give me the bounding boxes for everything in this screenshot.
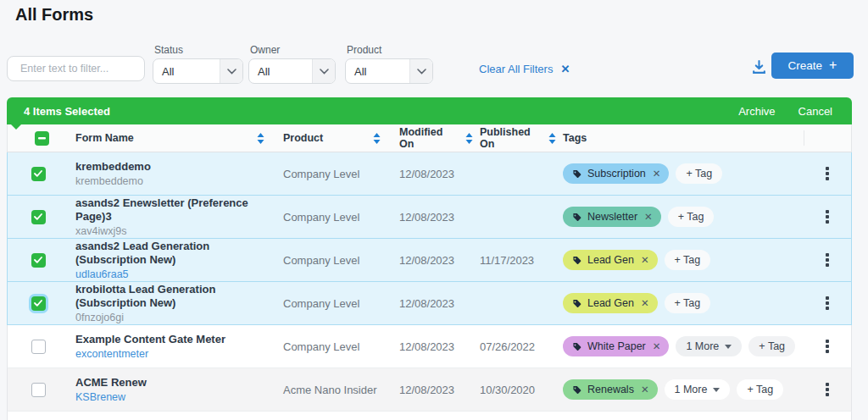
modified-on-cell: 12/08/2023 bbox=[392, 297, 473, 310]
clear-all-filters-button[interactable]: Clear All Filters ✕ bbox=[479, 63, 570, 75]
remove-tag-icon[interactable]: ✕ bbox=[644, 211, 653, 223]
tag-pill: White Paper ✕ bbox=[563, 336, 669, 356]
remove-tag-icon[interactable]: ✕ bbox=[641, 384, 649, 395]
tag-pill: Renewals ✕ bbox=[563, 379, 658, 400]
row-checkbox[interactable] bbox=[31, 383, 46, 397]
tag-label: Lead Gen bbox=[587, 297, 634, 309]
sort-form-name-icon[interactable] bbox=[257, 133, 264, 144]
row-checkbox[interactable] bbox=[31, 296, 46, 311]
published-on-cell: 10/30/2020 bbox=[473, 384, 556, 396]
remove-tag-icon[interactable]: ✕ bbox=[641, 297, 649, 309]
row-checkbox[interactable] bbox=[31, 167, 46, 181]
plus-icon: + bbox=[829, 58, 837, 73]
add-tag-label: + Tag bbox=[678, 211, 704, 223]
table-row[interactable]: asands2 Lead Generation (Subscription Ne… bbox=[7, 239, 852, 282]
modified-on-cell: 12/08/2023 bbox=[392, 340, 473, 353]
table-row[interactable]: krobilotta Lead Generation (Subscription… bbox=[7, 282, 852, 325]
table-row[interactable]: krembeddemo krembeddemo Company Level 12… bbox=[7, 152, 852, 196]
kebab-menu-icon[interactable] bbox=[819, 293, 836, 313]
form-id-link[interactable]: KSBrenew bbox=[75, 390, 276, 404]
tag-label: Subscription bbox=[587, 168, 646, 180]
table-row[interactable]: Example Content Gate Meter excontentmete… bbox=[7, 325, 852, 368]
sort-published-on-icon[interactable] bbox=[548, 133, 556, 144]
kebab-menu-icon[interactable] bbox=[819, 207, 836, 227]
search-input[interactable] bbox=[20, 63, 157, 75]
form-name[interactable]: asands2 Lead Generation (Subscription Ne… bbox=[75, 240, 276, 267]
selection-count: 4 Items Selected bbox=[24, 105, 110, 118]
create-button-label: Create bbox=[788, 59, 823, 72]
product-cell: Company Level bbox=[276, 297, 392, 310]
product-cell: Company Level bbox=[276, 168, 392, 180]
product-cell: Acme Nano Insider bbox=[276, 384, 392, 396]
kebab-menu-icon[interactable] bbox=[819, 250, 836, 270]
owner-filter: Owner All bbox=[248, 44, 336, 84]
kebab-menu-icon[interactable] bbox=[819, 336, 836, 356]
add-tag-button[interactable]: + Tag bbox=[676, 163, 722, 184]
form-name[interactable]: Example Content Gate Meter bbox=[75, 333, 276, 346]
form-name[interactable]: krobilotta Lead Generation (Subscription… bbox=[75, 283, 276, 310]
add-tag-label: + Tag bbox=[686, 168, 712, 180]
kebab-menu-icon[interactable] bbox=[819, 379, 836, 400]
remove-tag-icon[interactable]: ✕ bbox=[641, 254, 649, 266]
cancel-button[interactable]: Cancel bbox=[798, 105, 832, 118]
product-filter: Product All bbox=[345, 44, 433, 84]
caret-down-icon bbox=[713, 388, 720, 392]
col-header-modified-on: Modified On bbox=[399, 126, 459, 150]
row-checkbox[interactable] bbox=[31, 210, 46, 224]
row-checkbox[interactable] bbox=[31, 340, 46, 354]
archive-button[interactable]: Archive bbox=[738, 105, 775, 118]
col-header-form-name: Form Name bbox=[75, 132, 134, 144]
clear-filters-x-icon[interactable]: ✕ bbox=[560, 63, 570, 75]
tag-pill: Lead Gen ✕ bbox=[563, 250, 658, 270]
tag-icon bbox=[571, 255, 582, 266]
add-tag-button[interactable]: + Tag bbox=[665, 293, 711, 313]
owner-select[interactable]: All bbox=[248, 58, 336, 84]
owner-select-value: All bbox=[258, 65, 270, 78]
product-select[interactable]: All bbox=[345, 58, 433, 84]
select-all-checkbox[interactable] bbox=[35, 131, 49, 146]
status-select[interactable]: All bbox=[153, 58, 243, 84]
add-tag-label: + Tag bbox=[675, 254, 701, 266]
form-id: xav4iwxj9s bbox=[75, 224, 276, 238]
create-button[interactable]: Create + bbox=[771, 52, 854, 79]
add-tag-button[interactable]: + Tag bbox=[748, 336, 795, 356]
modified-on-cell: 12/08/2023 bbox=[392, 168, 473, 180]
export-download-button[interactable] bbox=[748, 56, 770, 78]
add-tag-button[interactable]: + Tag bbox=[668, 207, 715, 227]
row-checkbox[interactable] bbox=[31, 253, 46, 268]
sort-modified-on-icon[interactable] bbox=[465, 133, 473, 144]
product-cell: Company Level bbox=[276, 211, 392, 224]
tag-pill: Subscription ✕ bbox=[563, 163, 669, 184]
add-tag-button[interactable]: + Tag bbox=[737, 379, 783, 400]
modified-on-cell: 12/08/2023 bbox=[392, 384, 473, 396]
more-tags-button[interactable]: 1 More bbox=[676, 336, 742, 356]
chevron-down-icon bbox=[409, 59, 432, 83]
remove-tag-icon[interactable]: ✕ bbox=[653, 340, 661, 352]
product-cell: Company Level bbox=[276, 254, 392, 267]
form-id-link[interactable]: udlau6raa5 bbox=[75, 268, 276, 281]
add-tag-button[interactable]: + Tag bbox=[665, 250, 711, 270]
product-filter-label: Product bbox=[347, 44, 433, 56]
status-filter: Status All bbox=[153, 44, 243, 84]
tag-icon bbox=[571, 384, 582, 395]
more-tags-button[interactable]: 1 More bbox=[665, 379, 731, 400]
tag-icon bbox=[571, 169, 582, 180]
col-header-tags: Tags bbox=[563, 132, 587, 144]
sort-product-icon[interactable] bbox=[373, 133, 381, 144]
form-id: 0fnzojo6gi bbox=[75, 311, 276, 324]
caret-down-icon bbox=[725, 345, 732, 349]
tag-icon bbox=[571, 298, 582, 309]
form-name[interactable]: asands2 Enewsletter (Preference Page)3 bbox=[75, 196, 276, 224]
table-row[interactable]: ACME Renew KSBrenew Acme Nano Insider 12… bbox=[7, 368, 852, 412]
form-name[interactable]: ACME Renew bbox=[75, 376, 276, 390]
form-id-link[interactable]: excontentmeter bbox=[75, 347, 276, 361]
form-id: krembeddemo bbox=[75, 174, 276, 188]
selection-bar-notch bbox=[11, 124, 21, 130]
remove-tag-icon[interactable]: ✕ bbox=[653, 168, 661, 180]
product-select-value: All bbox=[354, 65, 366, 78]
kebab-menu-icon[interactable] bbox=[819, 163, 836, 184]
clear-all-filters-label: Clear All Filters bbox=[479, 63, 553, 75]
table-row[interactable]: asands2 Enewsletter (Preference Page)3 x… bbox=[7, 196, 852, 239]
product-cell: Company Level bbox=[276, 340, 392, 353]
form-name[interactable]: krembeddemo bbox=[75, 160, 276, 174]
